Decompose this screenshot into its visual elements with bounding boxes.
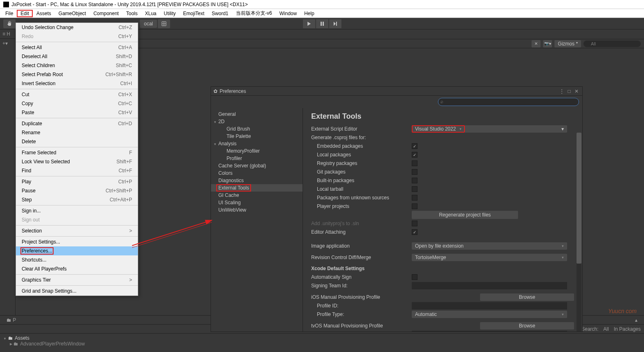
edit-menu-item[interactable]: Deselect AllShift+D [16,52,138,61]
search-all[interactable]: All [604,326,609,332]
ios-profile-id-input[interactable] [412,302,567,309]
toolbar-grid-button[interactable] [158,19,170,28]
project-tab[interactable]: 🖿 P [3,316,19,324]
hierarchy-add-button[interactable]: +▾ [0,39,15,48]
prefs-category[interactable]: 2D [211,118,303,125]
prefs-category[interactable]: Profiler [211,155,303,162]
edit-menu-item[interactable]: FindCtrl+F [16,166,138,175]
scrollbar[interactable] [577,133,581,332]
menu-emojitext[interactable]: EmojiText [180,10,208,17]
scrollbar-thumb[interactable] [577,133,581,264]
edit-menu-item[interactable]: Select Prefab RootCtrl+Shift+R [16,70,138,79]
checkbox[interactable] [412,178,417,183]
play-button[interactable] [303,19,315,28]
edit-menu-item[interactable]: Delete [16,137,138,146]
tvos-profile-id-input[interactable] [412,331,567,332]
tools-icon[interactable]: ✕ [532,40,541,47]
edit-menu-item[interactable]: Invert SelectionCtrl+I [16,79,138,88]
toolbar-local[interactable]: ocal [140,20,157,28]
edit-menu-item[interactable]: StepCtrl+Alt+P [16,195,138,204]
menu-tools[interactable]: Tools [122,10,141,17]
editor-attaching-checkbox[interactable] [412,229,417,235]
edit-menu-item[interactable]: CutCtrl+X [16,90,138,99]
prefs-category[interactable]: Diagnostics [211,177,303,184]
prefs-category[interactable]: Cache Server (global) [211,162,303,169]
checkbox[interactable] [412,152,417,158]
edit-menu-item[interactable]: Select AllCtrl+A [16,43,138,52]
folder-item[interactable]: ▸ 🖿 AdvancedPlayerPrefsWindow [3,341,641,347]
checkbox[interactable] [412,186,417,192]
rev-ctl-label: Revision Control Diff/Merge [311,255,412,260]
edit-menu-item[interactable]: Grid and Snap Settings... [16,287,138,296]
menu-help[interactable]: Help [301,10,318,17]
prefs-category[interactable]: MemoryProfiler [211,147,303,155]
ios-browse-button[interactable]: Browse [480,293,574,301]
edit-menu-item[interactable]: Sign in... [16,206,138,215]
menu-utility[interactable]: Utility [160,10,180,17]
menu-window[interactable]: Window [276,10,301,17]
edit-menu-item[interactable]: Undo Selection ChangeCtrl+Z [16,23,138,32]
search-in-packages[interactable]: In Packages [614,326,641,332]
prefs-category[interactable]: External Tools [211,184,303,192]
team-id-input[interactable] [412,282,567,289]
prefs-category[interactable]: Colors [211,169,303,177]
prefs-category[interactable]: UniWebView [211,206,303,214]
edit-menu-item[interactable]: PlayCtrl+P [16,177,138,186]
menu-branch[interactable]: 当前版本分支-v6 [232,9,276,18]
menu-component[interactable]: Component [90,10,122,17]
checkbox[interactable] [412,195,417,201]
image-app-dropdown[interactable]: Open by file extension [412,242,567,250]
menu-icon[interactable]: ⋮ [559,88,565,95]
project-collapse-icon[interactable]: ▴ [632,316,641,324]
scene-search-input[interactable] [583,41,641,47]
menu-edit[interactable]: Edit [17,10,33,17]
edit-menu-item[interactable]: Selection> [16,226,138,235]
prefs-category[interactable]: Analysis [211,140,303,147]
content-heading: External Tools [311,112,574,121]
menu-xlua[interactable]: XLua [141,10,160,17]
menu-assets[interactable]: Assets [33,10,55,17]
prefs-category[interactable]: UI Scaling [211,199,303,206]
edit-menu-item[interactable]: PauseCtrl+Shift+P [16,186,138,195]
tvos-browse-button[interactable]: Browse [480,322,574,329]
hand-tool-button[interactable] [3,19,16,28]
ios-profile-type-dropdown[interactable]: Automatic [412,311,567,318]
ios-profile-id-label: Profile ID: [311,303,412,309]
menu-gameobject[interactable]: GameObject [55,10,90,17]
assets-folder[interactable]: 🖿 Assets [3,335,641,341]
checkbox[interactable] [412,160,417,166]
prefs-category[interactable]: GI Cache [211,192,303,199]
menu-sword1[interactable]: Sword1 [208,10,232,17]
external-script-editor-dropdown[interactable]: Visual Studio 2022 ▾ [412,125,567,133]
edit-menu-item[interactable]: Graphics Tier> [16,275,138,284]
edit-menu-item[interactable]: DuplicateCtrl+D [16,119,138,128]
checkbox[interactable] [412,203,417,209]
edit-menu-item[interactable]: Shortcuts... [16,255,138,264]
close-icon[interactable]: ✕ [573,88,580,95]
edit-menu-item[interactable]: Preferences... [16,246,138,255]
external-script-editor-label: External Script Editor [311,126,412,132]
edit-menu-item[interactable]: Frame SelectedF [16,148,138,157]
auto-sign-checkbox[interactable] [412,274,417,280]
prefs-category[interactable]: Grid Brush [211,125,303,133]
edit-menu-item[interactable]: CopyCtrl+C [16,99,138,108]
menu-file[interactable]: File [2,10,17,17]
edit-menu-item[interactable]: Rename [16,128,138,137]
preferences-search-input[interactable] [438,98,579,106]
edit-menu-item[interactable]: Select ChildrenShift+C [16,61,138,70]
checkbox[interactable] [412,143,417,149]
maximize-icon[interactable]: □ [566,88,572,95]
checkbox[interactable] [412,169,417,175]
step-button[interactable] [329,19,341,28]
edit-menu-item[interactable]: Project Settings... [16,237,138,246]
gizmos-dropdown[interactable]: Gizmos▾ [554,40,581,47]
prefs-category[interactable]: Tile Palette [211,133,303,140]
edit-menu-item[interactable]: Lock View to SelectedShift+F [16,157,138,166]
edit-menu-item[interactable]: PasteCtrl+V [16,108,138,117]
prefs-category[interactable]: General [211,111,303,118]
edit-menu-item[interactable]: Clear All PlayerPrefs [16,264,138,273]
rev-ctl-dropdown[interactable]: TortoiseMerge [412,254,567,261]
pause-button[interactable] [316,19,328,28]
camera-icon[interactable]: 📷▾ [543,40,552,47]
regenerate-button[interactable]: Regenerate project files [412,211,518,219]
